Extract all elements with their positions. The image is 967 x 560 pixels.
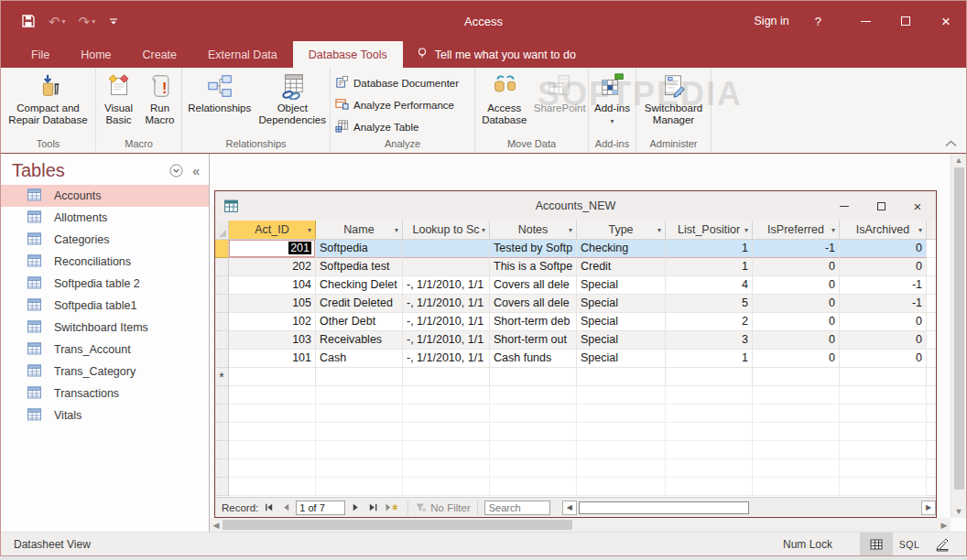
cell[interactable]: Tested by Softp [490,240,577,258]
cell[interactable]: Credit [577,258,666,276]
cell[interactable]: Softpedia [316,240,403,258]
column-dropdown-icon[interactable]: ▾ [569,226,572,234]
sidebar-item-trans-category[interactable]: Trans_Category [1,361,209,382]
cell[interactable]: -, 1/1/2010, 1/1 [403,331,490,350]
access-database-button[interactable]: Access Database [476,70,532,137]
cell[interactable]: 102 [229,313,316,331]
cell[interactable] [403,404,490,423]
tab-file[interactable]: File [16,41,65,68]
run-macro-button[interactable]: ! Run Macro [140,70,180,137]
cell[interactable]: 1 [666,350,753,368]
cell[interactable] [666,478,753,496]
cell[interactable] [403,478,490,496]
cell[interactable]: -, 1/1/2010, 1/1 [403,276,490,295]
record-selector[interactable] [215,478,229,496]
cell[interactable]: Checking [577,240,666,258]
cell[interactable]: 0 [840,350,927,368]
cell[interactable]: Special [577,331,666,350]
record-selector[interactable] [215,459,229,478]
record-selector[interactable] [215,350,229,368]
cell[interactable]: 2 [666,313,753,331]
cell[interactable] [403,423,490,441]
record-selector[interactable] [215,295,229,313]
cell[interactable] [490,423,577,441]
cell[interactable]: Cash [316,350,403,368]
cell[interactable] [316,459,403,478]
customize-qat-icon[interactable] [108,16,119,27]
cell[interactable]: Special [577,276,666,295]
sidebar-item-reconciliations[interactable]: Reconciliations [1,251,209,273]
cell[interactable] [840,368,927,386]
cell[interactable]: -, 1/1/2010, 1/1 [403,350,490,368]
close-button[interactable]: × [926,1,966,41]
cell[interactable] [753,368,840,386]
cell[interactable]: Covers all dele [490,276,577,295]
sharepoint-button[interactable]: SharePoint [532,70,587,137]
cell[interactable]: -, 1/1/2010, 1/1 [403,313,490,331]
cell[interactable] [229,423,316,441]
search-input[interactable] [484,501,550,515]
cell[interactable]: 0 [753,350,840,368]
maximize-button[interactable] [886,1,926,41]
record-selector[interactable] [215,404,229,423]
scroll-right-icon[interactable]: ▶ [938,521,951,530]
doc-minimize-button[interactable] [826,191,863,221]
cell[interactable] [753,441,840,459]
cell[interactable]: -1 [840,276,927,295]
cell[interactable] [490,404,577,423]
scroll-right-icon[interactable]: ▶ [921,501,936,515]
collapse-ribbon-icon[interactable] [945,137,957,150]
first-record-icon[interactable] [261,501,276,515]
compact-repair-button[interactable]: Compact and Repair Database [4,70,93,137]
sidebar-item-trans-account[interactable]: Trans_Account [1,339,209,361]
cell[interactable]: Cash funds [490,350,577,368]
scroll-thumb[interactable] [579,501,749,514]
cell[interactable] [666,423,753,441]
scroll-down-icon[interactable]: ▼ [955,505,963,518]
column-dropdown-icon[interactable]: ▾ [308,226,311,234]
column-dropdown-icon[interactable]: ▾ [918,226,922,234]
cell[interactable] [666,368,753,386]
cell[interactable] [490,368,577,386]
cell[interactable] [229,459,316,478]
cell[interactable] [316,478,403,496]
column-header-lookup-to-sc[interactable]: Lookup to Sc▾ [403,221,490,240]
cell[interactable] [229,478,316,496]
record-selector[interactable] [215,423,229,441]
cell[interactable]: 103 [229,331,316,350]
record-selector[interactable] [215,240,229,258]
column-header-isarchived[interactable]: IsArchived▾ [840,221,927,240]
redo-icon[interactable]: ↷▾ [79,15,96,28]
cell[interactable] [840,404,927,423]
sidebar-item-switchboard-items[interactable]: Switchboard Items [1,317,209,339]
cell[interactable] [666,386,753,404]
cell[interactable] [316,386,403,404]
cell[interactable]: 1 [666,240,753,258]
cell[interactable]: 0 [840,258,927,276]
sidebar-item-transactions[interactable]: Transactions [1,382,209,404]
sidebar-item-allotments[interactable]: Allotments [1,207,209,229]
sidebar-item-softpedia-table-2[interactable]: Softpedia table 2 [1,273,209,295]
cell[interactable] [403,459,490,478]
column-header-list-positior[interactable]: List_Positior▾ [666,221,753,240]
help-button[interactable]: ? [815,15,821,28]
cell[interactable]: 3 [666,331,753,350]
sidebar-item-categories[interactable]: Categories [1,229,209,251]
tab-external-data[interactable]: External Data [192,41,293,68]
select-all-corner[interactable] [215,221,229,240]
object-dependencies-button[interactable]: Object Dependencies [256,70,330,137]
cell[interactable] [229,386,316,404]
sidebar-item-vitals[interactable]: Vitals [1,404,209,426]
cell[interactable] [403,240,490,258]
cell[interactable] [753,459,840,478]
column-dropdown-icon[interactable]: ▾ [744,226,748,234]
column-header-ispreferred[interactable]: IsPreferred▾ [753,221,840,240]
tab-home[interactable]: Home [65,41,126,68]
cell[interactable]: Softpedia test [316,258,403,276]
cell[interactable] [229,404,316,423]
workspace-horizontal-scrollbar[interactable]: ◀ ▶ [210,518,951,532]
cell[interactable]: Checking Delet [316,276,403,295]
cell[interactable] [490,386,577,404]
visual-basic-button[interactable]: Visual Basic [98,70,140,137]
cell[interactable] [403,386,490,404]
